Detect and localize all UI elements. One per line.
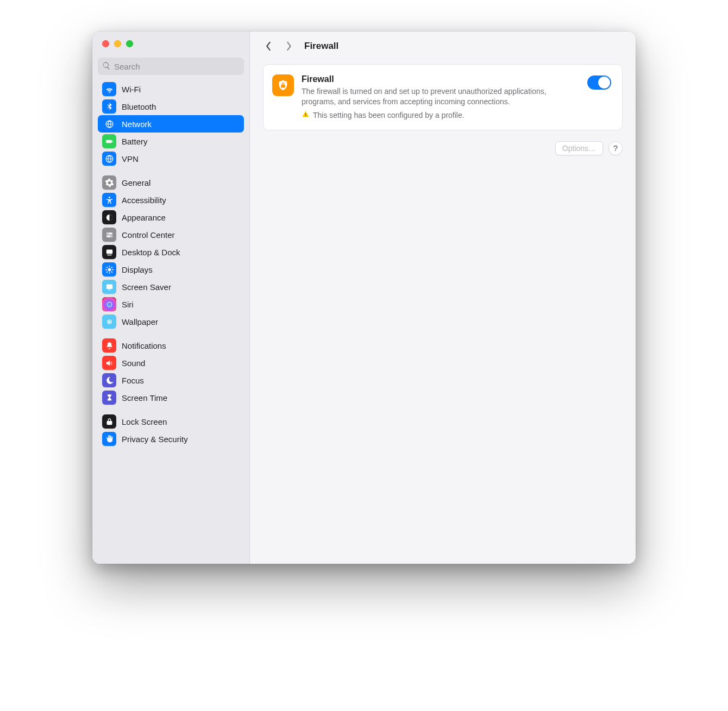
svg-rect-6 (106, 232, 112, 235)
wallpaper-icon (102, 314, 116, 329)
sidebar-item-sound[interactable]: Sound (98, 354, 244, 372)
toolbar: Firewall (250, 32, 636, 61)
window-controls (92, 32, 249, 50)
vpn-icon (102, 152, 116, 166)
svg-point-9 (110, 235, 111, 236)
svg-point-8 (107, 232, 108, 234)
svg-rect-1 (106, 140, 112, 143)
firewall-toggle[interactable] (587, 75, 611, 90)
svg-rect-13 (106, 284, 112, 289)
sidebar-item-focus[interactable]: Focus (98, 372, 244, 389)
svg-point-12 (108, 268, 111, 271)
sidebar-item-appearance[interactable]: Appearance (98, 209, 244, 226)
bluetooth-icon (102, 99, 116, 114)
sidebar-item-accessibility[interactable]: Accessibility (98, 191, 244, 209)
accessibility-icon (102, 193, 116, 207)
firewall-icon (272, 74, 294, 96)
hand-icon (102, 432, 116, 446)
sidebar-item-desktop-dock[interactable]: Desktop & Dock (98, 243, 244, 261)
search-input[interactable]: Search (98, 58, 244, 75)
svg-rect-17 (305, 113, 306, 115)
sidebar-item-label: Battery (122, 137, 148, 146)
sidebar-item-label: Focus (122, 376, 144, 385)
sidebar-item-label: Sound (122, 358, 145, 368)
control-center-icon (102, 228, 116, 242)
hourglass-icon (102, 391, 116, 405)
sidebar-item-bluetooth[interactable]: Bluetooth (98, 98, 244, 115)
firewall-note-text: This setting has been configured by a pr… (313, 111, 465, 119)
sidebar-item-label: Screen Saver (122, 282, 171, 292)
sidebar-item-label: Siri (122, 300, 134, 309)
displays-icon (102, 262, 116, 276)
firewall-card: Firewall The firewall is turned on and s… (263, 64, 623, 130)
sidebar-item-screen-time[interactable]: Screen Time (98, 389, 244, 406)
sidebar-item-label: General (122, 178, 150, 187)
search-icon (102, 61, 111, 72)
minimize-button[interactable] (114, 40, 121, 47)
sidebar-item-privacy-security[interactable]: Privacy & Security (98, 430, 244, 448)
sidebar-item-wallpaper[interactable]: Wallpaper (98, 313, 244, 330)
sidebar-item-label: Bluetooth (122, 102, 156, 111)
help-button[interactable]: ? (608, 141, 623, 155)
sidebar-item-notifications[interactable]: Notifications (98, 337, 244, 354)
gear-icon (102, 175, 116, 190)
forward-button[interactable] (284, 41, 294, 52)
sidebar-item-general[interactable]: General (98, 174, 244, 191)
sidebar-item-lock-screen[interactable]: Lock Screen (98, 413, 244, 430)
bell-icon (102, 338, 116, 353)
svg-rect-2 (112, 141, 112, 142)
speaker-icon (102, 356, 116, 370)
screen-saver-icon (102, 280, 116, 294)
options-button-label: Options… (562, 144, 596, 153)
sidebar-item-wifi[interactable]: Wi-Fi (98, 80, 244, 98)
dock-icon (102, 245, 116, 259)
window: Search Wi-Fi Bluet (92, 32, 636, 564)
warning-icon (302, 110, 310, 120)
page-title: Firewall (304, 41, 338, 52)
search-placeholder: Search (114, 62, 140, 71)
globe-icon (102, 117, 116, 131)
sidebar-item-siri[interactable]: Siri (98, 295, 244, 313)
sidebar-item-battery[interactable]: Battery (98, 133, 244, 150)
sidebar-item-network[interactable]: Network (98, 115, 244, 133)
svg-rect-18 (305, 116, 306, 116)
sidebar-item-control-center[interactable]: Control Center (98, 226, 244, 243)
sidebar-item-label: Network (122, 119, 152, 129)
sidebar-item-label: Wi-Fi (122, 85, 141, 94)
svg-rect-7 (106, 235, 112, 237)
help-button-label: ? (613, 143, 618, 153)
sidebar-item-label: Displays (122, 265, 153, 274)
lock-icon (102, 414, 116, 429)
sidebar-item-vpn[interactable]: VPN (98, 150, 244, 167)
appearance-icon (102, 210, 116, 224)
sidebar-item-label: Lock Screen (122, 417, 167, 426)
moon-icon (102, 373, 116, 387)
sidebar-item-label: Appearance (122, 213, 166, 222)
sidebar-item-label: Wallpaper (122, 317, 158, 326)
firewall-profile-note: This setting has been configured by a pr… (302, 110, 580, 120)
svg-rect-11 (107, 254, 112, 255)
battery-icon (102, 134, 116, 148)
firewall-description: The firewall is turned on and set up to … (302, 86, 580, 107)
sidebar-item-displays[interactable]: Displays (98, 261, 244, 278)
options-button[interactable]: Options… (555, 141, 603, 155)
siri-icon (102, 297, 116, 311)
wifi-icon (102, 82, 116, 96)
sidebar-item-label: Notifications (122, 341, 166, 350)
sidebar-navigation: Wi-Fi Bluetooth Network (92, 79, 249, 460)
sidebar-item-screen-saver[interactable]: Screen Saver (98, 278, 244, 295)
sidebar-item-label: Privacy & Security (122, 435, 188, 444)
zoom-button[interactable] (126, 40, 133, 47)
back-button[interactable] (263, 41, 274, 52)
svg-rect-14 (108, 289, 110, 290)
main-content: Firewall Firewall The firewall is turned… (250, 32, 636, 564)
sidebar-item-label: Desktop & Dock (122, 248, 180, 257)
sidebar-item-label: Accessibility (122, 196, 166, 205)
firewall-title: Firewall (302, 74, 580, 84)
svg-point-15 (107, 302, 112, 307)
sidebar: Search Wi-Fi Bluet (92, 32, 250, 564)
close-button[interactable] (102, 40, 109, 47)
sidebar-item-label: Screen Time (122, 393, 167, 402)
sidebar-item-label: Control Center (122, 230, 175, 240)
svg-point-4 (108, 196, 110, 198)
